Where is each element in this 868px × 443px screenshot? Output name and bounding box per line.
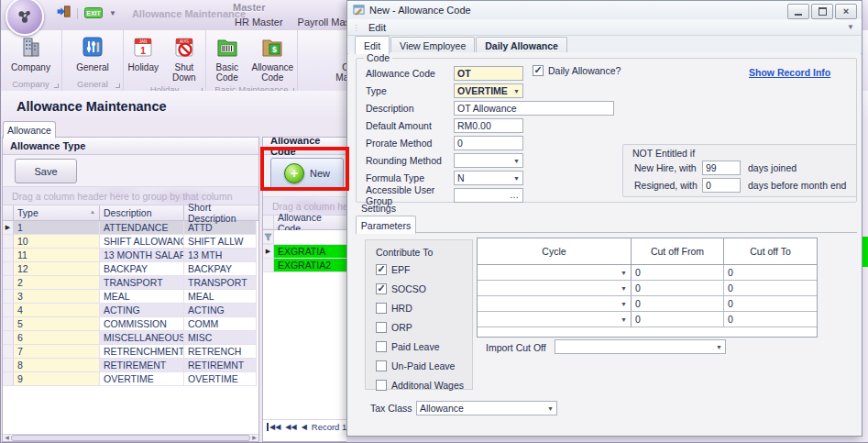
new-hire-days-input[interactable]: 99	[702, 161, 741, 175]
prev-record-icon[interactable]: ◀	[302, 423, 307, 431]
cycle-grid-row[interactable]: ▼00	[478, 296, 817, 312]
tab-view-employee[interactable]: View Employee	[390, 37, 475, 53]
accessible-user-group-input[interactable]: …	[454, 188, 523, 203]
scroll-left-icon[interactable]: ◀	[3, 435, 11, 441]
column-header-type[interactable]: Type▲	[14, 205, 100, 220]
ribbon-button-holiday[interactable]: JAN1 Holiday	[124, 33, 163, 74]
scrollbar-thumb[interactable]	[11, 435, 250, 441]
cut-off-from-cell[interactable]: 0	[632, 281, 724, 295]
filter-cell[interactable]	[274, 230, 346, 244]
cut-off-to-cell[interactable]: 0	[724, 296, 817, 311]
allowance-code-row[interactable]: EXGRATIA2	[263, 259, 346, 272]
resigned-days-input[interactable]: 0	[702, 178, 741, 193]
exit-badge-icon[interactable]: EXIT	[84, 6, 103, 22]
allowance-type-row[interactable]: 5COMMISSIONCOMM	[3, 317, 258, 331]
checkbox-icon[interactable]	[376, 303, 387, 314]
contribute-option-epf[interactable]: EPF	[376, 264, 464, 275]
first-record-icon[interactable]: ◀◀	[267, 423, 280, 431]
cell-short-description[interactable]: MEAL	[184, 290, 257, 304]
checkbox-checked-icon[interactable]	[533, 65, 544, 76]
show-record-info-link[interactable]: Show Record Info	[749, 67, 830, 78]
cell-type[interactable]: 11	[14, 249, 100, 262]
cell-type[interactable]: 9	[14, 372, 100, 386]
ribbon-button-shut-down[interactable]: AUG Shut Down	[163, 33, 205, 84]
cell-short-description[interactable]: COMM	[184, 317, 257, 331]
default-amount-input[interactable]: RM0.00	[454, 118, 523, 133]
contribute-option-additonal-wages[interactable]: Additonal Wages	[376, 380, 464, 391]
allowance-type-row[interactable]: 2TRANSPORTTRANSPORT	[3, 276, 258, 290]
column-header-cut-off-to[interactable]: Cut off To	[724, 238, 817, 264]
cell-description[interactable]: 13 MONTH SALARY	[100, 249, 184, 262]
exit-door-icon[interactable]	[57, 5, 71, 22]
cell-type[interactable]: 10	[14, 235, 100, 249]
contribute-option-socso[interactable]: SOCSO	[376, 283, 464, 294]
cell-short-description[interactable]: RETIREMNT	[184, 359, 257, 372]
cut-off-from-cell[interactable]: 0	[632, 296, 724, 311]
cell-short-description[interactable]: 13 MTH	[184, 249, 257, 262]
cell-type[interactable]: 7	[14, 345, 100, 359]
allowance-type-row[interactable]: 1113 MONTH SALARY13 MTH	[3, 249, 258, 262]
column-header-description[interactable]: Description	[100, 205, 184, 220]
checkbox-icon[interactable]	[376, 380, 387, 391]
allowance-type-row[interactable]: 7RETRENCHMENTRETRENCH	[3, 345, 258, 359]
cell-type[interactable]: 5	[14, 317, 100, 331]
tab-daily-allowance[interactable]: Daily Allowance	[476, 37, 567, 53]
menu-edit[interactable]: Edit	[368, 22, 386, 33]
column-header-short-description[interactable]: Short Description	[184, 205, 257, 220]
horizontal-scrollbar[interactable]: ◀ ▶	[3, 434, 258, 441]
ribbon-tab-hr-master[interactable]: HR Master	[235, 17, 283, 28]
cell-description[interactable]: BACKPAY	[100, 262, 184, 276]
filter-funnel-icon[interactable]	[263, 230, 274, 244]
allowance-type-row[interactable]: 10SHIFT ALLOWANCESHIFT ALLW	[3, 235, 258, 249]
column-header-allowance-code[interactable]: Allowance Code	[274, 216, 346, 229]
allowance-code-row[interactable]: ▶EXGRATIA	[263, 245, 346, 259]
type-dropdown[interactable]: OVERTIME▼	[454, 83, 523, 98]
cell-description[interactable]: RETRENCHMENT	[100, 345, 184, 359]
dialog-launcher-icon[interactable]	[54, 83, 59, 88]
cell-description[interactable]: RETIREMENT	[100, 359, 184, 372]
save-button[interactable]: Save	[15, 159, 77, 183]
cut-off-to-cell[interactable]: 0	[724, 265, 817, 280]
rounding-method-dropdown[interactable]: ▼	[454, 153, 523, 168]
dialog-launcher-icon[interactable]	[115, 83, 120, 88]
cut-off-from-cell[interactable]: 0	[632, 265, 724, 280]
ribbon-button-basic-code[interactable]: Basic Code	[206, 33, 248, 84]
close-button[interactable]: ×	[835, 4, 857, 19]
allowance-type-row[interactable]: 8RETIREMENTRETIREMNT	[3, 359, 258, 372]
cell-description[interactable]: ACTING	[100, 304, 184, 317]
allowance-type-row[interactable]: 6MISCELLANEOUSMISC	[3, 331, 258, 345]
cell-description[interactable]: ATTENDANCE	[100, 221, 184, 235]
cycle-grid-row[interactable]: ▼00	[478, 312, 817, 327]
cycle-dropdown-cell[interactable]: ▼	[478, 296, 632, 311]
cell-type[interactable]: 3	[14, 290, 100, 304]
cycle-dropdown-cell[interactable]: ▼	[478, 312, 632, 327]
description-input[interactable]: OT Allowance	[454, 101, 614, 116]
tab-parameters[interactable]: Parameters	[356, 216, 416, 234]
column-header-cut-off-from[interactable]: Cut off From	[632, 238, 724, 264]
cell-description[interactable]: MISCELLANEOUS	[100, 331, 184, 345]
cell-allowance-code[interactable]: EXGRATIA2	[274, 259, 346, 272]
cell-description[interactable]: TRANSPORT	[100, 276, 184, 290]
new-button[interactable]: + New	[270, 158, 344, 189]
prev-page-icon[interactable]: ◀◀	[285, 423, 296, 431]
ribbon-button-company[interactable]: Company	[10, 33, 51, 74]
daily-allowance-checkbox[interactable]: Daily Allowance?	[533, 65, 621, 76]
cut-off-from-cell[interactable]: 0	[632, 312, 724, 327]
allowance-type-row[interactable]: 4ACTINGACTING	[3, 304, 258, 317]
cell-short-description[interactable]: RETRENCH	[184, 345, 257, 359]
cell-description[interactable]: COMMISSION	[100, 317, 184, 331]
cycle-grid-row[interactable]: ▼00	[478, 281, 817, 296]
cut-off-to-cell[interactable]: 0	[724, 312, 817, 327]
allowance-type-row[interactable]: 3MEALMEAL	[3, 290, 258, 304]
checkbox-checked-icon[interactable]	[376, 264, 387, 275]
cell-description[interactable]: SHIFT ALLOWANCE	[100, 235, 184, 249]
contribute-option-paid-leave[interactable]: Paid Leave	[376, 341, 464, 352]
checkbox-icon[interactable]	[376, 360, 387, 371]
qat-dropdown-icon[interactable]: ▼	[109, 9, 116, 17]
cycle-dropdown-cell[interactable]: ▼	[478, 281, 632, 295]
ribbon-button-allowance-code[interactable]: $ Allowance Code	[248, 33, 297, 84]
cell-type[interactable]: 8	[14, 359, 100, 372]
allowance-type-row[interactable]: 12BACKPAYBACKPAY	[3, 262, 258, 276]
filter-row[interactable]	[263, 230, 346, 245]
cell-type[interactable]: 12	[14, 262, 100, 276]
